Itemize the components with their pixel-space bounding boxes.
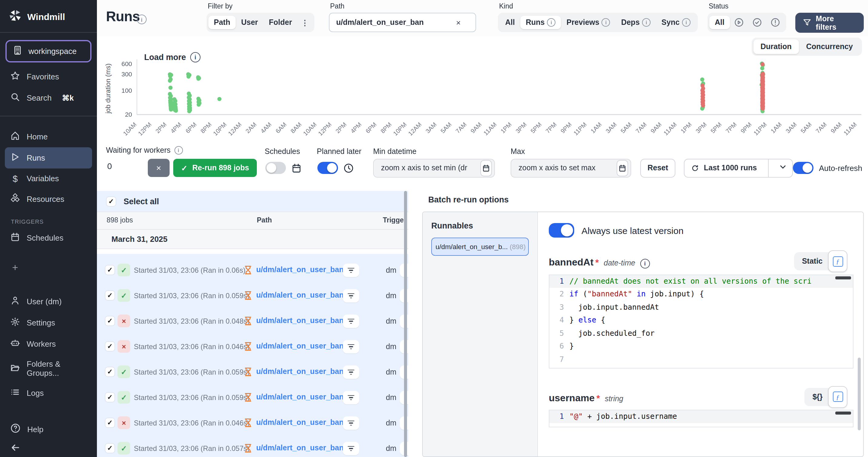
sidebar-item-schedules[interactable]: Schedules [5,227,92,249]
scatter-plot[interactable]: 2010030060010AM12PM2PM4PM6PM8PM10PM12AM2… [121,55,866,142]
workspace-switcher[interactable]: workingspace [5,40,91,62]
last-runs-dropdown[interactable]: Last 1000 runs [684,159,793,177]
runs-info-icon[interactable]: i [137,15,147,24]
run-path-link[interactable]: u/dm/alert_on_user_ban [256,291,344,299]
schedules-toggle[interactable] [265,162,286,174]
svg-text:100: 100 [121,87,132,94]
planned-later-toggle[interactable] [317,162,338,174]
max-datetime-input[interactable] [517,163,614,173]
mode-javascript-button[interactable]: ƒ [828,250,847,272]
row-checkbox[interactable]: ✓ [105,367,115,376]
sidebar-item-search[interactable]: Search ⌘k [5,87,92,109]
min-datetime-input[interactable] [380,163,478,173]
select-all-checkbox[interactable]: ✓ [106,197,116,206]
sidebar-add-button[interactable]: + [5,257,92,279]
sidebar-item-settings[interactable]: Settings [5,312,92,333]
row-checkbox[interactable]: ✓ [105,342,115,351]
run-path-link[interactable]: u/dm/alert_on_user_ban [256,367,344,376]
sidebar-item-label: Workers [27,339,56,348]
path-filter-pill[interactable] [343,340,359,353]
run-path-link[interactable]: u/dm/alert_on_user_ban [256,444,344,452]
mode-javascript-button[interactable]: ƒ [828,386,847,408]
cancel-selection-button[interactable]: × [148,159,169,177]
row-checkbox[interactable]: ✓ [105,418,115,427]
sidebar: Windmill workingspace Favorites Search ⌘… [0,0,97,457]
svg-text:300: 300 [121,70,132,78]
latest-version-toggle[interactable] [549,223,574,237]
run-row[interactable]: ✓ ✓ Started 31/03, 23:06 (Ran in 0.059s)… [97,360,408,385]
run-path-link[interactable]: u/dm/alert_on_user_ban [256,316,344,325]
min-datetime-calendar-button[interactable] [480,160,492,176]
javascript-icon: ƒ [833,256,843,266]
collapse-sidebar-button[interactable] [5,440,92,457]
row-checkbox[interactable]: ✓ [105,393,115,402]
row-checkbox[interactable]: ✓ [105,265,115,275]
runnable-item[interactable]: u/dm/alert_on_user_b... (898) [431,237,529,256]
row-checkbox[interactable]: ✓ [105,291,115,300]
filter-by-path[interactable]: Path [208,16,236,29]
status-running[interactable] [730,15,748,30]
filter-by-user[interactable]: User [236,16,264,29]
mode-static[interactable]: Static [797,255,828,267]
run-row[interactable]: ✓ ✓ Started 31/03, 23:06 (Ran in 0.059s)… [97,385,408,410]
sidebar-item-resources[interactable]: Resources [5,189,92,210]
run-row[interactable]: ✓ × Started 31/03, 23:06 (Ran in 0.046s)… [97,410,408,436]
run-row[interactable]: ✓ × Started 31/03, 23:06 (Ran in 0.046s)… [97,334,408,360]
filter-by-folder[interactable]: Folder [264,16,298,29]
username-code-editor[interactable]: 1"@" + job.input.username [549,409,854,427]
kind-runs[interactable]: Runsi [520,16,561,29]
path-filter-pill[interactable] [343,442,359,455]
kind-deps[interactable]: Depsi [616,16,656,29]
run-row[interactable]: ✓ ✓ Started 31/03, 23:06 (Ran in 0.06s) … [97,258,408,283]
path-filter-pill[interactable] [343,315,359,328]
path-filter-pill[interactable] [343,289,359,303]
svg-text:1AM: 1AM [589,121,603,135]
sidebar-item-folders-groups[interactable]: Folders & Groups... [5,354,92,382]
panel-scrollbar[interactable] [858,358,861,430]
row-checkbox[interactable]: ✓ [105,444,115,453]
status-success[interactable] [748,15,766,30]
row-checkbox[interactable]: ✓ [105,316,115,325]
rerun-jobs-button[interactable]: ✓ Re-run 898 jobs [173,159,257,177]
mode-template[interactable]: ${} [807,391,828,403]
sidebar-item-home[interactable]: Home [5,126,92,147]
sidebar-item-user[interactable]: User (dm) [5,291,92,312]
list-scrollbar[interactable] [404,191,407,457]
run-row[interactable]: ✓ ✓ Started 31/03, 23:06 (Ran in 0.059s)… [97,283,408,309]
run-path-link[interactable]: u/dm/alert_on_user_ban [256,418,344,427]
clear-path-icon[interactable]: × [456,18,461,27]
path-filter-pill[interactable] [343,417,359,430]
tab-duration[interactable]: Duration [753,39,799,54]
reset-button[interactable]: Reset [640,159,675,177]
run-path-link[interactable]: u/dm/alert_on_user_ban [256,265,344,274]
filter-by-more-menu[interactable]: ⋮ [298,16,312,29]
run-path-link[interactable]: u/dm/alert_on_user_ban [256,393,344,401]
path-filter-pill[interactable] [343,391,359,404]
max-datetime-calendar-button[interactable] [617,160,628,176]
tab-concurrency[interactable]: Concurrency [799,39,860,54]
more-filters-button[interactable]: More filters [795,13,864,33]
sidebar-item-workers[interactable]: Workers [5,333,92,354]
run-path-link[interactable]: u/dm/alert_on_user_ban [256,342,344,350]
sidebar-item-runs[interactable]: Runs [5,147,92,169]
editor-hscrollbar[interactable] [835,411,851,414]
app-logo[interactable]: Windmill [0,0,97,33]
path-filter-input[interactable] [335,18,453,27]
kind-all[interactable]: All [500,16,520,29]
kind-previews[interactable]: Previewsi [561,16,615,29]
status-all[interactable]: All [709,16,730,29]
sidebar-item-variables[interactable]: $ Variables [5,169,92,189]
status-failure[interactable] [766,15,784,30]
editor-hscrollbar[interactable] [835,276,851,279]
sidebar-item-logs[interactable]: Logs [5,382,92,404]
run-row[interactable]: ✓ ✓ Started 31/03, 23:06 (Ran in 0.057s)… [97,436,408,457]
bannedAt-code-editor[interactable]: 1// bannedAt does not exist on all versi… [549,274,854,368]
auto-refresh-toggle[interactable] [793,162,813,174]
path-filter-pill[interactable] [343,264,359,277]
path-filter-pill[interactable] [343,366,359,379]
chevron-down-icon[interactable] [773,164,792,172]
sidebar-item-favorites[interactable]: Favorites [5,66,92,87]
run-row[interactable]: ✓ × Started 31/03, 23:06 (Ran in 0.048s)… [97,309,408,334]
kind-sync[interactable]: Synci [656,16,696,29]
sidebar-item-help[interactable]: Help [5,418,92,440]
